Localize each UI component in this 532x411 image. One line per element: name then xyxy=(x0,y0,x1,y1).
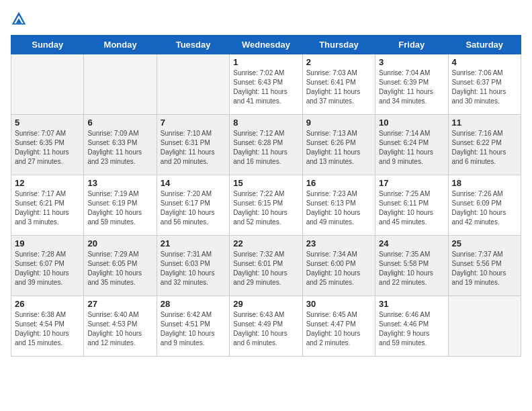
day-info: Sunrise: 7:14 AM Sunset: 6:24 PM Dayligh… xyxy=(379,129,444,167)
day-number: 16 xyxy=(306,178,371,188)
calendar-cell: 29Sunrise: 6:43 AM Sunset: 4:49 PM Dayli… xyxy=(230,296,302,357)
day-number: 20 xyxy=(87,238,152,248)
day-number: 26 xyxy=(15,299,80,309)
day-number: 17 xyxy=(379,178,444,188)
calendar-cell xyxy=(448,296,521,357)
day-info: Sunrise: 7:19 AM Sunset: 6:19 PM Dayligh… xyxy=(87,189,152,227)
day-number: 4 xyxy=(452,57,517,67)
calendar-week-row: 26Sunrise: 6:38 AM Sunset: 4:54 PM Dayli… xyxy=(11,296,521,357)
calendar-cell: 21Sunrise: 7:31 AM Sunset: 6:03 PM Dayli… xyxy=(157,236,229,296)
day-info: Sunrise: 7:17 AM Sunset: 6:21 PM Dayligh… xyxy=(15,189,80,227)
day-number: 13 xyxy=(87,178,152,188)
calendar-cell: 23Sunrise: 7:34 AM Sunset: 6:00 PM Dayli… xyxy=(302,236,375,296)
day-info: Sunrise: 7:31 AM Sunset: 6:03 PM Dayligh… xyxy=(161,250,226,287)
day-info: Sunrise: 7:32 AM Sunset: 6:01 PM Dayligh… xyxy=(233,250,298,287)
calendar-cell: 11Sunrise: 7:16 AM Sunset: 6:22 PM Dayli… xyxy=(448,115,521,175)
day-info: Sunrise: 7:02 AM Sunset: 6:43 PM Dayligh… xyxy=(233,68,298,106)
day-number: 24 xyxy=(379,238,444,248)
calendar-header-row: SundayMondayTuesdayWednesdayThursdayFrid… xyxy=(11,36,521,54)
calendar-cell: 26Sunrise: 6:38 AM Sunset: 4:54 PM Dayli… xyxy=(11,296,84,357)
calendar-week-row: 5Sunrise: 7:07 AM Sunset: 6:35 PM Daylig… xyxy=(11,115,521,175)
calendar-cell: 13Sunrise: 7:19 AM Sunset: 6:19 PM Dayli… xyxy=(84,175,157,236)
day-info: Sunrise: 7:23 AM Sunset: 6:13 PM Dayligh… xyxy=(306,189,371,227)
calendar-cell: 4Sunrise: 7:06 AM Sunset: 6:37 PM Daylig… xyxy=(448,54,521,115)
day-number: 30 xyxy=(306,299,371,309)
header xyxy=(11,11,521,27)
day-number: 22 xyxy=(233,238,298,248)
day-info: Sunrise: 6:38 AM Sunset: 4:54 PM Dayligh… xyxy=(15,310,80,348)
calendar-cell: 17Sunrise: 7:25 AM Sunset: 6:11 PM Dayli… xyxy=(375,175,448,236)
day-info: Sunrise: 7:07 AM Sunset: 6:35 PM Dayligh… xyxy=(15,129,80,167)
day-number: 1 xyxy=(233,57,298,67)
day-number: 28 xyxy=(161,299,226,309)
calendar-cell: 9Sunrise: 7:13 AM Sunset: 6:26 PM Daylig… xyxy=(302,115,375,175)
day-number: 21 xyxy=(161,238,226,248)
header-saturday: Saturday xyxy=(448,36,521,54)
day-number: 25 xyxy=(452,238,517,248)
day-info: Sunrise: 6:40 AM Sunset: 4:53 PM Dayligh… xyxy=(87,310,152,348)
day-number: 27 xyxy=(87,299,152,309)
day-info: Sunrise: 6:42 AM Sunset: 4:51 PM Dayligh… xyxy=(161,310,226,348)
day-number: 29 xyxy=(233,299,298,309)
calendar-cell: 12Sunrise: 7:17 AM Sunset: 6:21 PM Dayli… xyxy=(11,175,84,236)
calendar-cell: 24Sunrise: 7:35 AM Sunset: 5:58 PM Dayli… xyxy=(375,236,448,296)
calendar-cell: 3Sunrise: 7:04 AM Sunset: 6:39 PM Daylig… xyxy=(375,54,448,115)
day-number: 3 xyxy=(379,57,444,67)
day-info: Sunrise: 7:20 AM Sunset: 6:17 PM Dayligh… xyxy=(161,189,226,227)
header-friday: Friday xyxy=(375,36,448,54)
day-number: 11 xyxy=(452,118,517,128)
calendar-week-row: 12Sunrise: 7:17 AM Sunset: 6:21 PM Dayli… xyxy=(11,175,521,236)
calendar-cell: 8Sunrise: 7:12 AM Sunset: 6:28 PM Daylig… xyxy=(230,115,302,175)
calendar-table: SundayMondayTuesdayWednesdayThursdayFrid… xyxy=(11,35,521,357)
day-number: 8 xyxy=(233,118,298,128)
calendar-week-row: 19Sunrise: 7:28 AM Sunset: 6:07 PM Dayli… xyxy=(11,236,521,296)
calendar-cell: 28Sunrise: 6:42 AM Sunset: 4:51 PM Dayli… xyxy=(157,296,229,357)
day-info: Sunrise: 7:29 AM Sunset: 6:05 PM Dayligh… xyxy=(87,250,152,287)
header-wednesday: Wednesday xyxy=(230,36,302,54)
calendar-cell: 15Sunrise: 7:22 AM Sunset: 6:15 PM Dayli… xyxy=(230,175,302,236)
day-info: Sunrise: 7:13 AM Sunset: 6:26 PM Dayligh… xyxy=(306,129,371,167)
calendar-cell: 19Sunrise: 7:28 AM Sunset: 6:07 PM Dayli… xyxy=(11,236,84,296)
day-number: 7 xyxy=(161,118,226,128)
day-number: 23 xyxy=(306,238,371,248)
day-info: Sunrise: 7:26 AM Sunset: 6:09 PM Dayligh… xyxy=(452,189,517,227)
header-thursday: Thursday xyxy=(302,36,375,54)
header-sunday: Sunday xyxy=(11,36,84,54)
day-number: 12 xyxy=(15,178,80,188)
day-number: 31 xyxy=(379,299,444,309)
logo-icon xyxy=(11,11,27,27)
day-info: Sunrise: 7:22 AM Sunset: 6:15 PM Dayligh… xyxy=(233,189,298,227)
calendar-cell: 31Sunrise: 6:46 AM Sunset: 4:46 PM Dayli… xyxy=(375,296,448,357)
day-number: 18 xyxy=(452,178,517,188)
calendar-cell: 14Sunrise: 7:20 AM Sunset: 6:17 PM Dayli… xyxy=(157,175,229,236)
calendar-week-row: 1Sunrise: 7:02 AM Sunset: 6:43 PM Daylig… xyxy=(11,54,521,115)
day-info: Sunrise: 7:28 AM Sunset: 6:07 PM Dayligh… xyxy=(15,250,80,287)
calendar-cell: 7Sunrise: 7:10 AM Sunset: 6:31 PM Daylig… xyxy=(157,115,229,175)
calendar-cell xyxy=(157,54,229,115)
day-info: Sunrise: 7:25 AM Sunset: 6:11 PM Dayligh… xyxy=(379,189,444,227)
calendar-cell: 5Sunrise: 7:07 AM Sunset: 6:35 PM Daylig… xyxy=(11,115,84,175)
calendar-cell xyxy=(84,54,157,115)
day-number: 10 xyxy=(379,118,444,128)
day-number: 6 xyxy=(87,118,152,128)
logo xyxy=(11,11,30,27)
day-info: Sunrise: 6:46 AM Sunset: 4:46 PM Dayligh… xyxy=(379,310,444,348)
day-number: 15 xyxy=(233,178,298,188)
calendar-cell: 27Sunrise: 6:40 AM Sunset: 4:53 PM Dayli… xyxy=(84,296,157,357)
calendar-cell: 22Sunrise: 7:32 AM Sunset: 6:01 PM Dayli… xyxy=(230,236,302,296)
day-info: Sunrise: 7:16 AM Sunset: 6:22 PM Dayligh… xyxy=(452,129,517,167)
calendar-cell: 1Sunrise: 7:02 AM Sunset: 6:43 PM Daylig… xyxy=(230,54,302,115)
calendar-cell: 30Sunrise: 6:45 AM Sunset: 4:47 PM Dayli… xyxy=(302,296,375,357)
calendar-cell: 6Sunrise: 7:09 AM Sunset: 6:33 PM Daylig… xyxy=(84,115,157,175)
day-info: Sunrise: 7:12 AM Sunset: 6:28 PM Dayligh… xyxy=(233,129,298,167)
header-monday: Monday xyxy=(84,36,157,54)
calendar-cell: 16Sunrise: 7:23 AM Sunset: 6:13 PM Dayli… xyxy=(302,175,375,236)
calendar-cell: 2Sunrise: 7:03 AM Sunset: 6:41 PM Daylig… xyxy=(302,54,375,115)
day-number: 19 xyxy=(15,238,80,248)
day-number: 9 xyxy=(306,118,371,128)
header-tuesday: Tuesday xyxy=(157,36,229,54)
day-info: Sunrise: 6:43 AM Sunset: 4:49 PM Dayligh… xyxy=(233,310,298,348)
calendar-cell: 25Sunrise: 7:37 AM Sunset: 5:56 PM Dayli… xyxy=(448,236,521,296)
day-info: Sunrise: 7:03 AM Sunset: 6:41 PM Dayligh… xyxy=(306,68,371,106)
day-info: Sunrise: 7:10 AM Sunset: 6:31 PM Dayligh… xyxy=(161,129,226,167)
